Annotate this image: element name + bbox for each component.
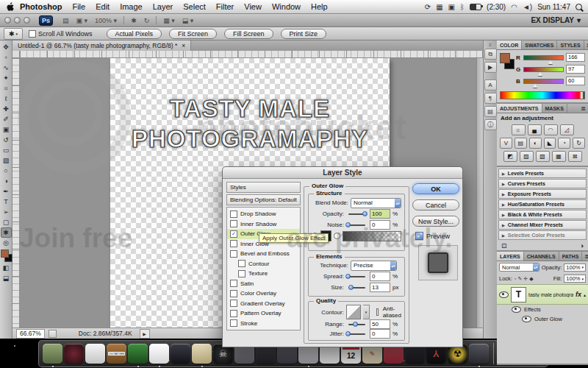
style-satin[interactable]: Satin (227, 279, 300, 289)
menu-clock[interactable]: Sun 11:47 (537, 3, 570, 11)
fill-screen-button[interactable]: Fill Screen (224, 29, 273, 39)
tab-paths[interactable]: PATHS (559, 252, 583, 261)
jitter-slider[interactable] (348, 333, 365, 335)
anti-aliased-checkbox[interactable] (376, 308, 379, 316)
photo-filter-icon[interactable]: ◔ (558, 138, 570, 149)
lock-all-icon[interactable]: ◆ (529, 276, 533, 282)
hue-saturation-presets[interactable]: ▶Hue/Saturation Presets (498, 199, 587, 209)
layer-name[interactable]: tasty male photograma... (528, 292, 573, 297)
color-swatches[interactable] (1, 250, 12, 263)
view-extras-icon[interactable]: ▣ ▾ (76, 17, 88, 24)
cancel-button[interactable]: Cancel (412, 199, 459, 210)
screen-mode-button[interactable]: ⬓ (1, 273, 12, 283)
style-drop-shadow[interactable]: Drop Shadow (227, 209, 300, 219)
green-slider[interactable] (523, 67, 564, 72)
menu-photoshop[interactable]: Photoshop (15, 2, 67, 11)
status-proxy-icon[interactable] (49, 330, 57, 338)
style-inner-shadow[interactable]: Inner Shadow (227, 219, 300, 230)
black-white-icon[interactable]: ◣ (544, 138, 556, 149)
screen-mode-icon[interactable]: ⬓ ▾ (182, 17, 194, 24)
dock-collapse-icon[interactable]: ≡ (489, 43, 492, 47)
menu-layer[interactable]: Layer (148, 2, 179, 11)
menu-image[interactable]: Image (115, 2, 148, 11)
gradient-tool[interactable]: ▧ (1, 155, 12, 166)
hue-saturation-icon[interactable]: ▤ (514, 138, 527, 149)
panel-menu-icon[interactable]: ≣ (584, 40, 588, 49)
navigator-icon[interactable]: ▤ (484, 106, 497, 117)
layer-fx-badge[interactable]: fx (576, 291, 581, 298)
opacity-slider[interactable] (348, 213, 365, 215)
new-style-button[interactable]: New Style... (412, 216, 459, 227)
size-slider[interactable] (348, 287, 365, 289)
tab-masks[interactable]: MASKS (542, 104, 567, 113)
volume-icon[interactable]: ◄) (523, 3, 532, 11)
panel-color-swatches[interactable] (500, 53, 513, 72)
dodge-tool[interactable]: ◑ (1, 176, 12, 186)
dialog-title[interactable]: Layer Style (223, 167, 462, 179)
vertical-scrollbar[interactable] (476, 58, 483, 328)
zoom-tool[interactable]: ◎ (1, 238, 12, 248)
red-slider[interactable] (523, 55, 564, 60)
foreground-color-swatch[interactable] (1, 250, 9, 258)
scroll-all-windows-checkbox[interactable] (29, 30, 36, 38)
dock-bat-icon[interactable] (64, 344, 84, 364)
style-color-overlay[interactable]: Color Overlay (227, 289, 300, 299)
apple-menu-icon[interactable] (6, 2, 15, 12)
blending-options-item[interactable]: Blending Options: Default (226, 194, 301, 205)
contour-thumbnail[interactable] (346, 305, 361, 319)
styles-header[interactable]: Styles (226, 182, 301, 193)
size-value[interactable]: 13 (370, 283, 390, 292)
menu-edit[interactable]: Edit (90, 2, 115, 11)
tab-color[interactable]: COLOR (497, 40, 522, 49)
range-value[interactable]: 50 (370, 319, 390, 329)
jitter-value[interactable]: 0 (370, 329, 390, 339)
tab-close-icon[interactable]: × (182, 42, 185, 49)
style-stroke[interactable]: Stroke (227, 319, 300, 329)
workspace-switcher[interactable]: EX DISPLAY▾ (531, 16, 584, 24)
dock-handgun[interactable] (469, 344, 489, 364)
document-tab[interactable]: Untitled-1 @ 66.7% (tasty male photogram… (12, 40, 191, 51)
exposure-icon[interactable]: ◿ (560, 124, 574, 135)
selective-color-presets[interactable]: ▶Selective Color Presets (498, 230, 587, 240)
menu-window[interactable]: Window (267, 2, 306, 11)
levels-presets[interactable]: ▶Levels Presets (498, 169, 587, 178)
channel-mixer-icon[interactable]: ↻ (573, 138, 585, 149)
style-contour[interactable]: Contour (227, 259, 300, 269)
lock-position-icon[interactable]: ✛ (523, 276, 528, 282)
marquee-tool[interactable]: ▫ (1, 52, 12, 63)
dock-stormtrooper-helmet[interactable] (85, 344, 105, 364)
collapse-effects-arrow[interactable]: ▴ (584, 292, 586, 297)
fill-field[interactable]: 100%▾ (564, 275, 586, 283)
tab-styles[interactable]: STYLES (557, 40, 584, 49)
history-icon[interactable]: ⧉ (484, 49, 497, 60)
dock-newspaper[interactable] (149, 344, 169, 364)
display-icon[interactable]: ▣ (448, 3, 455, 11)
panel-menu-icon[interactable]: ≣ (578, 104, 588, 113)
ok-button[interactable]: OK (412, 183, 459, 194)
effects-eye-icon[interactable] (512, 306, 521, 313)
shape-tool[interactable]: ▢ (1, 217, 12, 227)
lock-transparency-icon[interactable]: ▫ (514, 276, 516, 282)
posterize-icon[interactable]: ▨ (520, 151, 534, 162)
path-selection-tool[interactable]: ➢ (1, 207, 12, 217)
menu-view[interactable]: View (239, 2, 267, 11)
brightness-contrast-icon[interactable]: ☼ (512, 124, 526, 135)
actual-pixels-button[interactable]: Actual Pixels (107, 29, 162, 39)
spotlight-icon[interactable] (576, 4, 582, 10)
quick-selection-tool[interactable]: ✦ (1, 73, 12, 83)
tab-adjustments[interactable]: ADJUSTMENTS (497, 104, 542, 113)
technique-dropdown[interactable]: Precise▴▾ (351, 261, 397, 271)
panel-menu-icon[interactable]: ≣ (582, 252, 588, 261)
style-texture[interactable]: Texture (227, 269, 300, 279)
quick-mask-icon[interactable]: ◧ (1, 263, 12, 273)
lock-pixels-icon[interactable]: ✎ (517, 276, 522, 282)
spread-slider[interactable] (348, 276, 365, 277)
window-controls[interactable] (4, 17, 33, 24)
tab-layers[interactable]: LAYERS (497, 252, 524, 261)
noise-slider[interactable] (348, 224, 365, 226)
gradient-map-icon[interactable]: ▦ (552, 151, 566, 162)
style-gradient-overlay[interactable]: Gradient Overlay (227, 299, 300, 309)
red-value[interactable]: 166 (566, 53, 585, 62)
range-slider[interactable] (348, 324, 365, 325)
noise-value[interactable]: 0 (370, 220, 390, 230)
